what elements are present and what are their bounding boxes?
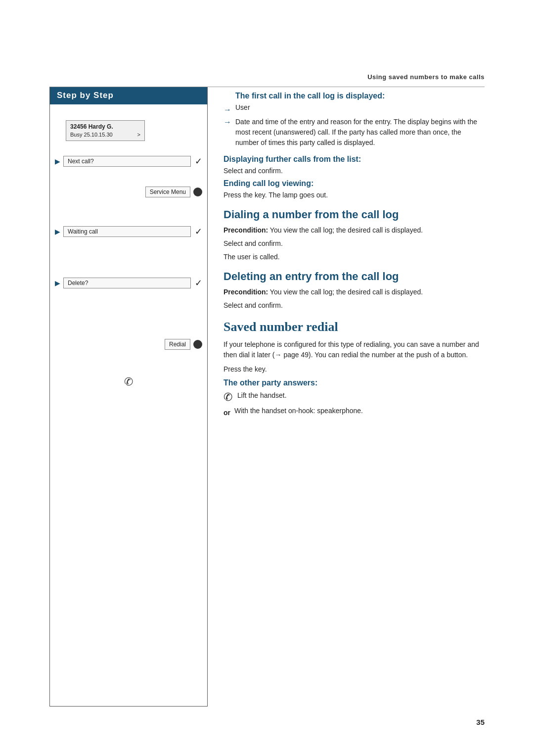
phone-line1: 32456 Hardy G. <box>70 123 140 131</box>
phone-line2: Busy 25.10.15.30 > <box>70 131 140 139</box>
delete-row: ▶ Delete? ✓ <box>55 278 202 288</box>
ending-text: Press the key. The lamp goes out. <box>223 190 485 200</box>
main-container: Step by Step 32456 Hardy G. Busy 25.10.1… <box>49 87 485 707</box>
first-call-section: → The first call in the call log is disp… <box>223 92 485 200</box>
arrow-to-user: → <box>223 105 231 114</box>
displaying-text: Select and confirm. <box>223 166 485 176</box>
check-mark-nextcall: ✓ <box>195 156 202 167</box>
service-menu-row: Service Menu <box>55 187 202 197</box>
page-header: Using saved numbers to make calls <box>367 73 485 81</box>
handset-icon: ✆ <box>124 376 133 388</box>
right-panel: → The first call in the call log is disp… <box>208 87 485 707</box>
delete-button[interactable]: Delete? <box>63 278 191 288</box>
deleting-precondition-text: Precondition: You view the call log; the… <box>223 287 485 297</box>
handset-row: ✆ <box>55 376 202 388</box>
waiting-call-row: ▶ Waiting call ✓ <box>55 226 202 237</box>
phone-display: 32456 Hardy G. Busy 25.10.15.30 > <box>66 120 145 141</box>
arrow-icon-delete: ▶ <box>55 279 60 287</box>
check-mark-delete: ✓ <box>195 278 202 288</box>
ending-heading: Ending call log viewing: <box>223 179 485 188</box>
step-by-step-header: Step by Step <box>50 87 207 104</box>
dialing-section-heading: Dialing a number from the call log <box>223 208 485 221</box>
handset-lift-icon: ✆ <box>223 391 232 404</box>
lift-handset-text: Lift the handset. <box>237 390 287 401</box>
top-hr <box>49 87 485 87</box>
service-menu-button[interactable]: Service Menu <box>145 187 190 197</box>
saved-number-text: If your telephone is configured for this… <box>223 339 485 360</box>
check-mark-waiting: ✓ <box>195 226 202 237</box>
saved-number-heading: Saved number redial <box>223 320 485 334</box>
redial-button[interactable]: Redial <box>165 339 190 350</box>
next-call-row: ▶ Next call? ✓ <box>55 156 202 167</box>
arrow-to-detail: → <box>223 118 231 127</box>
arrow-icon-waiting: ▶ <box>55 228 60 236</box>
dialing-section: Dialing a number from the call log Preco… <box>223 208 485 262</box>
dialing-select: Select and confirm. <box>223 238 485 249</box>
first-call-detail: Date and time of the entry and reason fo… <box>235 117 485 148</box>
arrow-icon-nextcall: ▶ <box>55 157 60 165</box>
speakerphone-text: With the handset on-hook: speakerphone. <box>234 406 363 416</box>
first-call-heading: The first call in the call log is displa… <box>235 92 385 100</box>
redial-row: Redial <box>55 339 202 350</box>
or-label: or <box>223 409 230 417</box>
left-content: 32456 Hardy G. Busy 25.10.15.30 > ▶ Next… <box>50 104 207 398</box>
other-party-heading: The other party answers: <box>223 378 485 387</box>
redial-dot-button[interactable] <box>193 340 202 349</box>
left-panel: Step by Step 32456 Hardy G. Busy 25.10.1… <box>49 87 208 707</box>
dialing-result: The user is called. <box>223 252 485 262</box>
deleting-section: Deleting an entry from the call log Prec… <box>223 270 485 311</box>
page-number: 35 <box>476 718 485 726</box>
first-call-user: User <box>235 102 385 113</box>
displaying-heading: Displaying further calls from the list: <box>223 155 485 164</box>
deleting-section-heading: Deleting an entry from the call log <box>223 270 485 283</box>
next-call-button[interactable]: Next call? <box>63 156 191 167</box>
press-key-text: Press the key. <box>223 364 485 375</box>
dialing-precondition-text: Precondition: You view the call log; the… <box>223 225 485 236</box>
waiting-call-button[interactable]: Waiting call <box>63 226 191 237</box>
saved-number-section: Saved number redial If your telephone is… <box>223 320 485 419</box>
deleting-select: Select and confirm. <box>223 300 485 311</box>
service-dot-button[interactable] <box>193 188 202 196</box>
